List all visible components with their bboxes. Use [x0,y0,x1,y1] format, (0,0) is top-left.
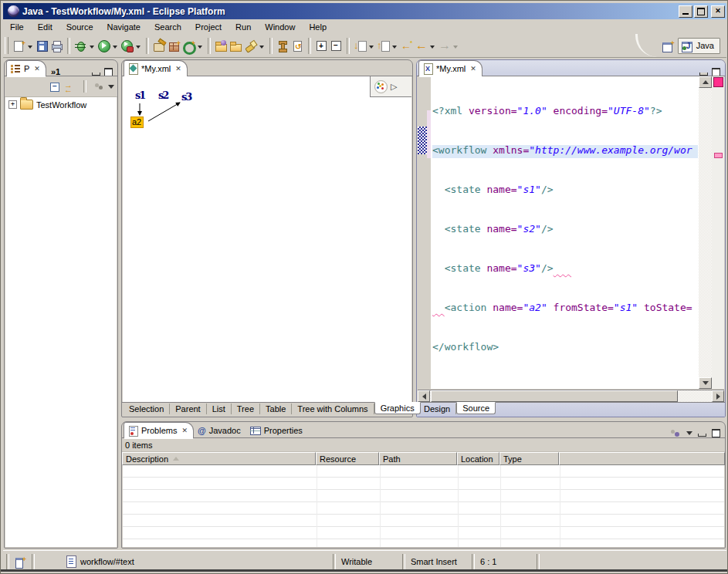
collapse-all-icon[interactable]: − [49,81,60,92]
filters-icon[interactable] [93,82,104,91]
menu-navigate[interactable]: Navigate [100,21,147,33]
minimize-view-icon[interactable] [92,73,100,76]
tab-properties[interactable]: Properties [246,423,308,438]
xml-code[interactable]: <?xml version="1.0" encoding="UTF-8"?> <… [432,78,698,380]
minimize-editor-icon[interactable] [699,73,708,76]
annotation-ruler[interactable] [418,76,432,389]
maximize-editor-icon[interactable] [712,68,720,76]
close-button[interactable]: ✕ [711,5,725,18]
package-explorer-tree[interactable]: + TestWorkflow [5,97,117,547]
search-button[interactable] [243,39,258,53]
close-view-icon[interactable]: ✕ [34,65,40,73]
print-button[interactable] [49,39,64,53]
forward-button[interactable]: → [437,39,452,53]
previous-annotation-dropdown[interactable] [392,46,397,51]
problems-table-body[interactable] [123,465,724,547]
new-wizard-button[interactable]: + [12,39,26,53]
open-resource-button[interactable] [229,39,243,53]
external-tools-button[interactable] [120,39,134,53]
new-jsp-button[interactable]: + [152,39,167,53]
minimize-button[interactable] [679,5,692,18]
column-resource[interactable]: Resource [316,452,379,465]
tab-package-explorer[interactable]: P ✕ [6,60,46,76]
column-location[interactable]: Location [457,452,499,465]
menu-search[interactable]: Search [147,21,188,33]
minimize-view-icon[interactable] [698,434,706,437]
menu-window[interactable]: Window [258,21,302,33]
tab-source-myxml[interactable]: X *My.xml ✕ [418,60,483,76]
tree-expand-icon[interactable]: + [8,100,17,109]
overview-ruler[interactable] [712,76,724,389]
maximize-button[interactable] [694,5,708,18]
debug-dropdown[interactable] [90,46,94,51]
status-insert-mode[interactable]: Smart Insert [405,554,472,569]
title-bar[interactable]: Java - TestWorkflow/My.xml - Eclipse Pla… [3,3,726,19]
scroll-down-button[interactable] [699,377,712,389]
view-menu-icon[interactable] [686,431,692,438]
link-with-editor-icon[interactable]: → ← [64,81,76,92]
scroll-left-button[interactable] [418,390,430,402]
run-button[interactable] [97,39,111,53]
palette-flyout[interactable]: ▷ [370,76,411,97]
state-node-s1[interactable]: s1 [135,90,144,100]
last-edit-location-button[interactable]: ← * [399,39,414,53]
page-tab-graphics[interactable]: Graphics [374,402,421,414]
open-perspective-button[interactable]: + [661,39,676,53]
previous-annotation-button[interactable]: ↑ [376,39,391,53]
tab-problems[interactable]: Problems ✕ [124,422,194,438]
vertical-scrollbar[interactable] [699,76,712,389]
synchronize-button[interactable]: ↺ [290,39,305,53]
menu-source[interactable]: Source [59,21,100,33]
horizontal-scrollbar[interactable] [418,390,724,403]
maximize-view-icon[interactable] [712,429,720,437]
page-tab-source[interactable]: Source [456,402,496,414]
fast-view-button[interactable]: + [9,554,32,569]
overview-error-marker[interactable] [714,153,723,158]
run-dropdown[interactable] [113,46,117,51]
collapse-all-button[interactable]: − [329,39,344,53]
menu-file[interactable]: File [3,21,31,33]
close-view-icon[interactable]: ✕ [181,427,188,434]
column-description[interactable]: Description [122,452,316,465]
menu-project[interactable]: Project [188,21,229,33]
new-class-dropdown[interactable] [198,46,202,51]
menu-edit[interactable]: Edit [31,21,59,33]
page-tab-selection[interactable]: Selection [124,403,170,414]
workflow-canvas[interactable]: s1 s2 s3 a2 ▷ [123,76,411,403]
forward-dropdown[interactable] [453,46,458,51]
page-tab-table[interactable]: Table [260,403,292,414]
column-path[interactable]: Path [379,452,457,465]
open-type-button[interactable] [214,39,229,53]
new-package-button[interactable]: + [167,39,181,53]
toolbar-grip[interactable] [5,37,8,54]
close-editor-icon[interactable]: ✕ [470,65,476,73]
tab-graphics-myxml[interactable]: *My.xml ✕ [124,60,188,76]
new-wizard-dropdown[interactable] [28,46,32,51]
search-dropdown[interactable] [259,46,264,51]
hierarchy-button[interactable] [276,39,290,53]
save-button[interactable] [35,39,49,53]
page-tab-design[interactable]: Design [418,403,456,414]
state-node-s3[interactable]: s3 [181,92,191,102]
filters-icon[interactable] [670,429,681,438]
page-tab-tree-with-columns[interactable]: Tree with Columns [292,403,374,414]
action-node-a2[interactable]: a2 [130,116,144,128]
menu-help[interactable]: Help [302,21,334,33]
java-perspective-button[interactable]: J Java [678,38,720,54]
state-node-s2[interactable]: s2 [158,90,168,100]
maximize-view-icon[interactable] [104,68,113,76]
page-tab-parent[interactable]: Parent [170,403,206,414]
page-tab-list[interactable]: List [207,403,232,414]
back-button[interactable]: ← [414,39,428,53]
tab-overflow-indicator[interactable]: »1 [51,67,60,76]
column-type[interactable]: Type [499,452,559,465]
external-tools-dropdown[interactable] [136,46,141,51]
page-tab-tree[interactable]: Tree [232,403,260,414]
new-class-button[interactable]: + [181,39,196,53]
close-editor-icon[interactable]: ✕ [175,65,181,73]
scroll-right-button[interactable] [712,390,724,402]
palette-expand-arrow-icon[interactable]: ▷ [391,82,397,92]
view-menu-icon[interactable] [108,85,114,92]
menu-run[interactable]: Run [229,21,258,33]
back-dropdown[interactable] [430,46,435,51]
